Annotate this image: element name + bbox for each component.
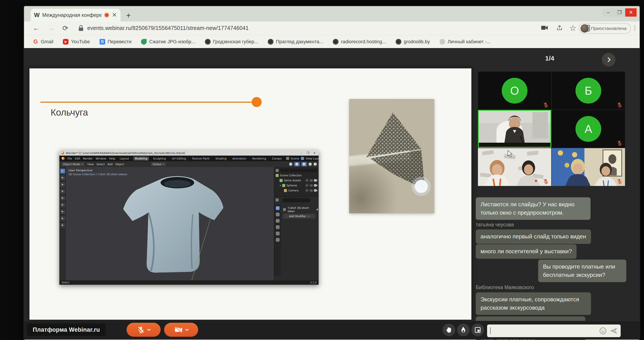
menu-window[interactable]: Window (96, 157, 106, 160)
reactions-button[interactable] (457, 324, 470, 336)
checkbox-icon[interactable]: ✓ (305, 189, 308, 192)
rotate-tool-icon[interactable] (60, 189, 65, 194)
measure-tool-icon[interactable] (60, 216, 65, 221)
bookmark-docs[interactable]: Прагляд дакумента... (268, 39, 323, 45)
url-text[interactable]: events.webinar.ru/8250679/1556475011/str… (87, 25, 248, 31)
emoji-icon[interactable] (599, 327, 607, 334)
participant-tile-video-library[interactable] (552, 148, 625, 186)
workspace-texture-paint[interactable]: Texture Paint (190, 156, 211, 160)
shading-overlay-icon[interactable] (314, 162, 317, 166)
select-tool-icon[interactable] (60, 169, 65, 174)
tab-close-icon[interactable]: ✕ (112, 12, 117, 18)
shading-solid-icon[interactable] (294, 162, 300, 166)
header-view[interactable]: View (87, 162, 94, 166)
header-object[interactable]: Object (115, 162, 124, 166)
render-camera-icon[interactable] (314, 179, 317, 182)
filter-icon[interactable] (276, 169, 279, 172)
mic-button[interactable] (126, 323, 160, 337)
menu-help[interactable]: Help (109, 157, 116, 160)
physics-tab-icon[interactable] (276, 219, 280, 223)
bookmark-compress[interactable]: Сжатие JPG-изобр... (141, 39, 195, 45)
send-icon[interactable] (610, 327, 618, 334)
shading-rendered-icon[interactable] (308, 162, 312, 166)
transform-tool-icon[interactable] (60, 203, 65, 207)
chat-input[interactable] (487, 324, 621, 337)
workspace-shading[interactable]: Shading (214, 156, 228, 160)
share-icon[interactable] (556, 25, 563, 31)
participant-tile-b[interactable]: Б (552, 72, 625, 109)
chevron-down-icon[interactable] (185, 327, 188, 331)
workspace-compositing[interactable]: Compo (270, 156, 283, 160)
menu-render[interactable]: Render (83, 157, 93, 160)
shading-material-icon[interactable] (302, 162, 307, 166)
maximize-button[interactable]: ❐ (614, 8, 625, 17)
workspace-rendering[interactable]: Rendering (251, 156, 268, 160)
mode-selector[interactable]: Object Mode (61, 162, 85, 166)
orientation-selector[interactable]: Global (151, 162, 166, 166)
menu-edit[interactable]: Edit (75, 157, 80, 160)
blender-maximize-button[interactable]: ❐ (306, 151, 310, 155)
next-slide-button[interactable] (602, 53, 616, 66)
participant-tile-speaker-video[interactable] (478, 110, 551, 148)
outliner-row-demo-assets[interactable]: Demo Assets ✓ (276, 178, 317, 183)
add-modifier-button[interactable]: Add Modifier (283, 214, 315, 219)
outliner-search[interactable] (280, 169, 317, 172)
annotate-tool-icon[interactable] (60, 209, 65, 214)
outliner-row-spheres[interactable]: ▾Spheres ✓ (276, 183, 317, 188)
eye-icon[interactable] (310, 185, 313, 187)
browser-menu-dots-icon[interactable]: ⋮ (632, 25, 638, 32)
close-button[interactable]: ✕ (625, 8, 636, 17)
minimize-button[interactable]: – (602, 8, 614, 17)
workspace-layout[interactable]: Layout (118, 156, 130, 160)
outliner-row-camera[interactable]: Camera ✓ (276, 188, 317, 193)
scene-selector[interactable]: Scene (291, 157, 299, 160)
constraints-tab-icon[interactable] (276, 225, 280, 229)
back-icon[interactable]: ← (33, 24, 40, 32)
participant-tile-o[interactable]: О (478, 72, 551, 109)
bookmark-youtube[interactable]: ▶YouTube (63, 39, 90, 45)
camera-access-icon[interactable] (541, 25, 548, 31)
material-tab-icon[interactable] (276, 238, 280, 242)
bookmark-grodnolib[interactable]: grodnolib.by (396, 39, 430, 45)
render-camera-icon[interactable] (314, 184, 317, 187)
profile-badge[interactable]: Приостановлена (579, 23, 631, 34)
workspace-sculpting[interactable]: Sculpting (152, 156, 168, 160)
outliner-row-scene-collection[interactable]: Scene Collection (276, 173, 317, 178)
checkbox-icon[interactable]: ✓ (305, 184, 308, 187)
cursor-tool-icon[interactable] (60, 176, 65, 180)
raise-hand-button[interactable] (442, 324, 455, 336)
header-select[interactable]: Select (96, 162, 105, 166)
move-tool-icon[interactable] (60, 182, 65, 187)
pin-icon[interactable] (316, 208, 318, 211)
star-icon[interactable]: ☆ (569, 24, 576, 33)
eye-icon[interactable] (310, 190, 313, 192)
particles-tab-icon[interactable] (276, 213, 280, 216)
properties-search[interactable] (282, 198, 310, 202)
scale-tool-icon[interactable] (60, 196, 65, 201)
reload-icon[interactable]: ⟳ (62, 24, 68, 32)
bookmark-grodno[interactable]: Гродзенская губер... (205, 39, 258, 45)
participant-tile-video-two-women[interactable] (478, 148, 551, 186)
bookmark-account[interactable]: Личный кабинет -... (440, 39, 490, 45)
chevron-down-icon[interactable] (147, 327, 150, 331)
camera-button[interactable] (164, 323, 198, 337)
screen-share-button[interactable] (472, 324, 484, 336)
participant-tile-a[interactable]: А (552, 110, 625, 148)
workspace-uv-editing[interactable]: UV Editing (170, 156, 188, 160)
eye-icon[interactable] (310, 180, 313, 182)
forward-icon[interactable]: → (48, 24, 54, 32)
new-tab-button[interactable]: + (126, 11, 131, 20)
view-layer-selector[interactable]: View Layer (306, 157, 321, 160)
workspace-animation[interactable]: Animation (231, 156, 248, 160)
blender-minimize-button[interactable]: – (299, 151, 304, 155)
menu-file[interactable]: File (68, 157, 72, 160)
blender-close-button[interactable]: ✕ (312, 151, 317, 155)
shading-wireframe-icon[interactable] (289, 162, 292, 166)
bookmark-translate[interactable]: GПеревести (100, 39, 132, 45)
workspace-modeling[interactable]: Modeling (133, 156, 149, 160)
header-add[interactable]: Add (107, 162, 112, 166)
render-camera-icon[interactable] (314, 189, 317, 192)
bookmark-radiorecord[interactable]: radiorecord.hosting... (333, 39, 386, 45)
modifier-tab-icon[interactable] (276, 206, 280, 210)
object-data-tab-icon[interactable] (276, 232, 280, 235)
